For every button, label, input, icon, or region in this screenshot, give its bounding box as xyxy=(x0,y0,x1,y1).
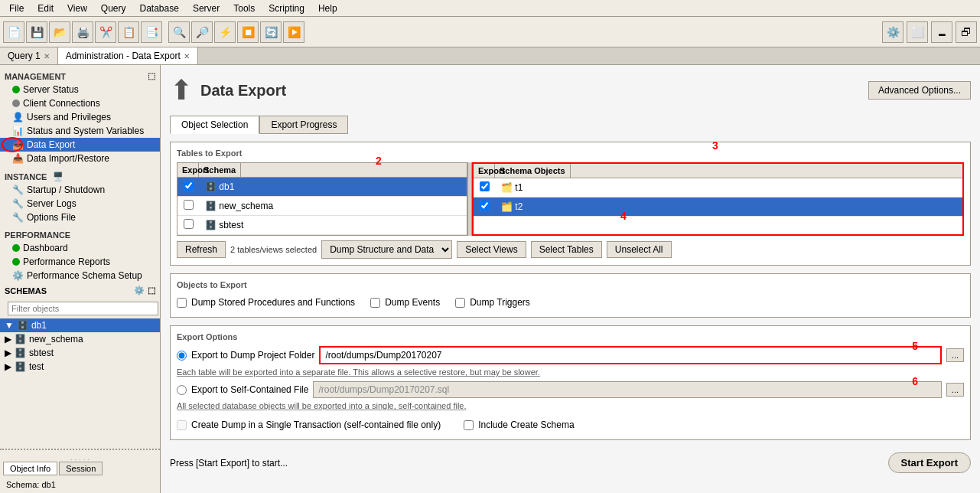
sbtest-schema-icon: 🗄️ xyxy=(15,348,26,358)
dump-stored-checkbox[interactable] xyxy=(177,298,187,308)
sidebar-item-startup[interactable]: 🔧 Startup / Shutdown xyxy=(0,183,160,197)
sidebar-item-status-vars[interactable]: 📊 Status and System Variables xyxy=(0,124,160,138)
menu-edit[interactable]: Edit xyxy=(31,2,60,15)
management-expand[interactable]: ⬚ xyxy=(148,71,155,81)
schema-item-new-schema[interactable]: ▶ 🗄️ new_schema xyxy=(0,332,160,346)
left-check-sbtest[interactable] xyxy=(181,217,202,233)
right-table-row-t1[interactable]: 🗂️ t1 xyxy=(474,178,962,198)
left-table-row-db1[interactable]: 🗄️ db1 xyxy=(177,178,467,197)
left-cell-new-schema: 🗄️ new_schema xyxy=(202,199,276,213)
toolbar-btn-11[interactable]: ⏹️ xyxy=(237,21,259,43)
content-area: ⬆ Data Export Advanced Options... Object… xyxy=(161,65,980,493)
tab-export-progress[interactable]: Export Progress xyxy=(259,116,348,134)
path1-input[interactable] xyxy=(319,346,941,364)
refresh-button[interactable]: Refresh xyxy=(177,241,226,258)
right-table-row-t2[interactable]: 🗂️ t2 xyxy=(474,198,962,217)
right-check-t2[interactable] xyxy=(477,199,498,214)
dump-dropdown[interactable]: Dump Structure and Data xyxy=(321,240,452,259)
toolbar-btn-2[interactable]: 💾 xyxy=(26,21,47,43)
menu-scripting[interactable]: Scripting xyxy=(262,2,311,15)
toolbar-btn-13[interactable]: ▶️ xyxy=(283,21,304,43)
schema-filter-input[interactable] xyxy=(8,302,158,315)
toolbar-btn-5[interactable]: ✂️ xyxy=(95,21,116,43)
menu-file[interactable]: File xyxy=(3,2,30,15)
toolbar-settings[interactable]: ⚙️ xyxy=(882,21,903,43)
select-tables-button[interactable]: Select Tables xyxy=(531,241,602,258)
menu-server[interactable]: Server xyxy=(187,2,226,15)
db1-expand-icon: ▼ xyxy=(5,320,14,331)
startup-label: Startup / Shutdown xyxy=(27,184,105,195)
toolbar-btn-4[interactable]: 🖨️ xyxy=(72,21,93,43)
dump-triggers-row: Dump Triggers xyxy=(455,297,530,308)
press-label: Press [Start Export] to start... xyxy=(170,458,288,469)
toolbar-btn-10[interactable]: ⚡ xyxy=(214,21,236,43)
left-table-row-new-schema[interactable]: 🗄️ new_schema xyxy=(177,197,467,216)
session-tab[interactable]: Session xyxy=(59,462,103,475)
path2-input[interactable] xyxy=(313,381,941,398)
advanced-options-button[interactable]: Advanced Options... xyxy=(868,81,971,100)
toolbar-layout[interactable]: ⬜ xyxy=(907,21,928,43)
menu-tools[interactable]: Tools xyxy=(227,2,261,15)
sidebar-item-data-import[interactable]: 📥 Data Import/Restore xyxy=(0,152,160,165)
object-info-tab[interactable]: Object Info xyxy=(3,462,57,475)
browse2-button[interactable]: ... xyxy=(946,383,964,397)
toolbar-min[interactable]: 🗕 xyxy=(931,21,952,43)
radio2-input[interactable] xyxy=(177,385,187,395)
sidebar-item-perf-schema[interactable]: ⚙️ Performance Schema Setup xyxy=(0,269,160,282)
toolbar-btn-7[interactable]: 📑 xyxy=(141,21,162,43)
menu-help[interactable]: Help xyxy=(312,2,343,15)
hint1-text: Each table will be exported into a separ… xyxy=(177,367,964,377)
sidebar-item-server-status[interactable]: Server Status xyxy=(0,83,160,96)
toolbar-btn-1[interactable]: 📄 xyxy=(3,21,24,43)
sidebar-item-options-file[interactable]: 🔧 Options File xyxy=(0,211,160,224)
left-table-row-sbtest[interactable]: 🗄️ sbtest xyxy=(177,216,467,235)
right-check-t1[interactable] xyxy=(477,180,498,195)
right-cell-t2: 🗂️ t2 xyxy=(498,200,526,214)
sidebar-item-users[interactable]: 👤 Users and Privileges xyxy=(0,110,160,124)
start-export-button[interactable]: Start Export xyxy=(888,452,971,473)
toolbar-btn-9[interactable]: 🔎 xyxy=(191,21,213,43)
tab-query1[interactable]: Query 1 ✕ xyxy=(0,47,58,64)
users-label: Users and Privileges xyxy=(27,112,111,122)
toolbar-btn-6[interactable]: 📋 xyxy=(118,21,139,43)
create-dump-checkbox[interactable] xyxy=(177,420,187,430)
sidebar-item-server-logs[interactable]: 🔧 Server Logs xyxy=(0,197,160,211)
dump-events-checkbox[interactable] xyxy=(370,298,380,308)
toolbar-max[interactable]: 🗗 xyxy=(956,21,977,43)
tab-admin-export-close[interactable]: ✕ xyxy=(184,52,190,60)
menu-query[interactable]: Query xyxy=(95,2,132,15)
include-schema-label: Include Create Schema xyxy=(478,420,574,430)
toolbar-btn-3[interactable]: 📂 xyxy=(49,21,70,43)
select-views-button[interactable]: Select Views xyxy=(457,241,526,258)
sidebar-item-perf-reports[interactable]: Performance Reports xyxy=(0,255,160,269)
schemas-gear-icon[interactable]: ⚙️ xyxy=(134,286,145,295)
tab-admin-export[interactable]: Administration - Data Export ✕ xyxy=(58,47,198,64)
tab-object-selection[interactable]: Object Selection xyxy=(170,116,259,134)
sidebar-bottom-dots: . . . . . xyxy=(3,453,157,462)
sidebar-item-dashboard[interactable]: Dashboard xyxy=(0,241,160,255)
export-panel: ⬆ Data Export Advanced Options... Object… xyxy=(161,65,980,493)
schema-item-db1[interactable]: ▼ 🗄️ db1 xyxy=(0,318,160,332)
buttons-row: 4 Refresh 2 tables/views selected Dump S… xyxy=(177,240,964,259)
toolbar-btn-12[interactable]: 🔄 xyxy=(260,21,282,43)
tab-query1-close[interactable]: ✕ xyxy=(44,52,50,60)
include-schema-checkbox[interactable] xyxy=(464,420,474,430)
schemas-header: SCHEMAS ⚙️ ⬚ xyxy=(0,282,160,299)
sidebar-item-client-connections[interactable]: Client Connections xyxy=(0,96,160,110)
tables-to-export-section: Tables to Export 2 3 Export Schema xyxy=(170,142,971,266)
unselect-all-button[interactable]: Unselect All xyxy=(607,241,672,258)
browse1-button[interactable]: ... xyxy=(946,348,964,362)
left-check-new-schema[interactable] xyxy=(181,198,202,214)
radio1-input[interactable] xyxy=(177,351,187,361)
new-schema-label: new_schema xyxy=(29,334,83,344)
toolbar-btn-8[interactable]: 🔍 xyxy=(168,21,190,43)
schema-item-sbtest[interactable]: ▶ 🗄️ sbtest xyxy=(0,346,160,360)
menu-view[interactable]: View xyxy=(61,2,93,15)
menu-database[interactable]: Database xyxy=(134,2,185,15)
sidebar-item-data-export[interactable]: 📤 Data Export xyxy=(0,138,160,152)
dump-triggers-checkbox[interactable] xyxy=(455,298,465,308)
left-check-db1[interactable] xyxy=(181,179,202,194)
schema-item-test[interactable]: ▶ 🗄️ test xyxy=(0,360,160,374)
schemas-expand-icon[interactable]: ⬚ xyxy=(148,286,155,295)
test-expand-icon: ▶ xyxy=(5,361,11,372)
